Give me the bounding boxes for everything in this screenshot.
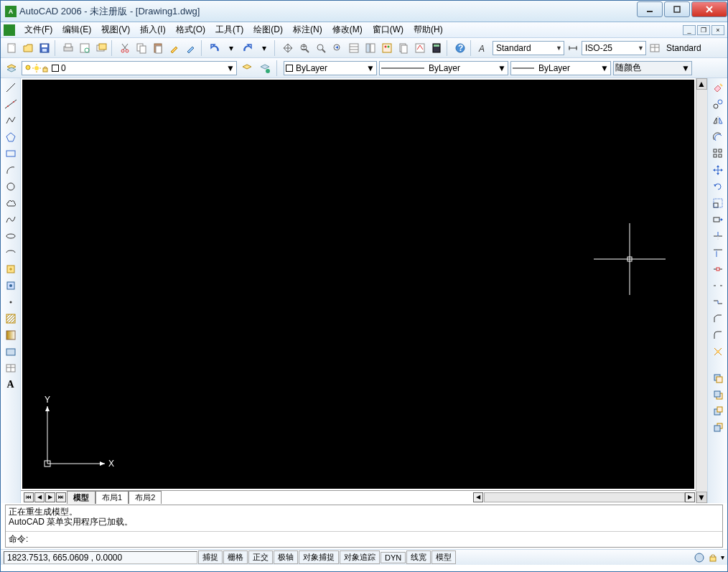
plot-icon[interactable] (60, 40, 76, 56)
toggle-model[interactable]: 模型 (431, 550, 456, 564)
pan-icon[interactable] (280, 40, 296, 56)
drawing-canvas[interactable]: X Y (22, 80, 694, 489)
menu-help[interactable]: 帮助(H) (409, 22, 448, 37)
vscroll-up[interactable]: ▲ (696, 78, 707, 90)
zoom-realtime-icon[interactable]: ± (297, 40, 312, 56)
redo-dropdown-icon[interactable]: ▾ (256, 40, 272, 56)
insert-block-icon[interactable] (3, 261, 19, 276)
command-window[interactable]: 正在重生成模型。 AutoCAD 菜单实用程序已加载。 命令: (5, 505, 723, 548)
menu-insert[interactable]: 插入(I) (135, 22, 170, 37)
tab-model[interactable]: 模型 (67, 491, 95, 504)
table-icon[interactable] (3, 360, 19, 375)
textstyle-icon[interactable]: A (476, 40, 492, 56)
polyline-icon[interactable] (3, 113, 19, 128)
textstyle-dropdown[interactable]: Standard▼ (493, 41, 564, 55)
layer-states-icon[interactable] (257, 60, 273, 76)
arc-icon[interactable] (3, 162, 19, 177)
help-icon[interactable]: ? (452, 40, 468, 56)
mtext-icon[interactable]: A (3, 377, 19, 392)
tool-palettes-icon[interactable] (379, 40, 395, 56)
toggle-grid[interactable]: 栅格 (223, 550, 248, 564)
minimize-button[interactable] (637, 1, 663, 17)
join-icon[interactable] (710, 294, 726, 309)
properties-icon[interactable] (346, 40, 362, 56)
scale-icon[interactable] (710, 195, 726, 210)
layer-previous-icon[interactable] (239, 60, 255, 76)
tab-first[interactable]: ⏮ (24, 492, 34, 502)
ellipse-icon[interactable] (3, 228, 19, 243)
draworder-under-icon[interactable] (710, 420, 726, 435)
plotstyle-dropdown[interactable]: 随颜色▼ (613, 61, 692, 75)
toggle-lwt[interactable]: 线宽 (406, 550, 431, 564)
circle-icon[interactable] (3, 179, 19, 194)
dimstyle-icon[interactable] (565, 40, 581, 56)
toggle-dyn[interactable]: DYN (381, 552, 406, 563)
save-icon[interactable] (37, 40, 52, 56)
communication-icon[interactable] (694, 552, 705, 563)
fillet-icon[interactable] (710, 327, 726, 342)
offset-icon[interactable] (710, 129, 726, 144)
extend-icon[interactable] (710, 245, 726, 260)
toggle-polar[interactable]: 极轴 (274, 550, 298, 564)
coordinates-readout[interactable]: 1823.7513, 665.0609 , 0.0000 (4, 551, 197, 564)
rectangle-icon[interactable] (3, 146, 19, 161)
trim-icon[interactable] (710, 228, 726, 243)
tab-last[interactable]: ⏭ (56, 492, 66, 502)
draworder-above-icon[interactable] (710, 403, 726, 418)
layer-dropdown[interactable]: 0 ▼ (22, 61, 237, 75)
color-dropdown[interactable]: ByLayer▼ (284, 61, 377, 75)
tablestyle-dropdown[interactable]: Standard (663, 41, 721, 55)
stretch-icon[interactable] (710, 212, 726, 227)
chamfer-icon[interactable] (710, 311, 726, 326)
lineweight-dropdown[interactable]: ByLayer▼ (510, 61, 611, 75)
command-input[interactable]: 命令: (6, 531, 722, 547)
mdi-minimize[interactable]: _ (683, 25, 696, 35)
line-icon[interactable] (3, 80, 19, 95)
spline-icon[interactable] (3, 212, 19, 227)
menu-dimension[interactable]: 标注(N) (288, 22, 327, 37)
toggle-otrack[interactable]: 对象追踪 (340, 550, 380, 564)
make-block-icon[interactable] (3, 278, 19, 293)
undo-icon[interactable] (207, 40, 223, 56)
ellipse-arc-icon[interactable] (3, 245, 19, 260)
zoom-previous-icon[interactable] (330, 40, 345, 56)
mdi-restore[interactable]: ❐ (697, 25, 710, 35)
tray-settings-icon[interactable]: ▾ (721, 553, 724, 561)
menu-modify[interactable]: 修改(M) (327, 22, 368, 37)
undo-dropdown-icon[interactable]: ▾ (223, 40, 239, 56)
tab-layout2[interactable]: 布局2 (129, 491, 162, 504)
point-icon[interactable] (3, 294, 19, 309)
menu-file[interactable]: 文件(F) (19, 22, 57, 37)
draworder-back-icon[interactable] (710, 387, 726, 402)
open-icon[interactable] (20, 40, 36, 56)
vscrollbar[interactable]: ▲ ▼ (696, 78, 707, 503)
break-icon[interactable] (710, 278, 726, 293)
tab-prev[interactable]: ◀ (34, 492, 45, 502)
plot-preview-icon[interactable] (77, 40, 93, 56)
draworder-front-icon[interactable] (710, 370, 726, 385)
hscroll-left[interactable]: ◀ (473, 492, 483, 502)
copy-icon[interactable] (134, 40, 149, 56)
gradient-icon[interactable] (3, 327, 19, 342)
linetype-dropdown[interactable]: ByLayer▼ (379, 61, 508, 75)
toggle-ortho[interactable]: 正交 (248, 550, 273, 564)
hatch-icon[interactable] (3, 311, 19, 326)
zoom-window-icon[interactable] (313, 40, 329, 56)
hscrollbar[interactable] (484, 492, 685, 502)
dimstyle-dropdown[interactable]: ISO-25▼ (582, 41, 646, 55)
explode-icon[interactable] (710, 344, 726, 359)
revision-cloud-icon[interactable] (3, 195, 19, 210)
cut-icon[interactable] (117, 40, 133, 56)
menu-draw[interactable]: 绘图(D) (248, 22, 288, 37)
menu-window[interactable]: 窗口(W) (368, 22, 409, 37)
redo-icon[interactable] (240, 40, 256, 56)
menu-view[interactable]: 视图(V) (96, 22, 135, 37)
close-button[interactable] (691, 1, 727, 17)
rotate-icon[interactable] (710, 179, 726, 194)
lock-status-icon[interactable] (708, 553, 718, 563)
mirror-icon[interactable] (710, 113, 726, 128)
maximize-button[interactable] (664, 1, 690, 17)
move-icon[interactable] (710, 162, 726, 177)
hscroll-right[interactable]: ▶ (685, 492, 695, 502)
paste-icon[interactable] (150, 40, 166, 56)
